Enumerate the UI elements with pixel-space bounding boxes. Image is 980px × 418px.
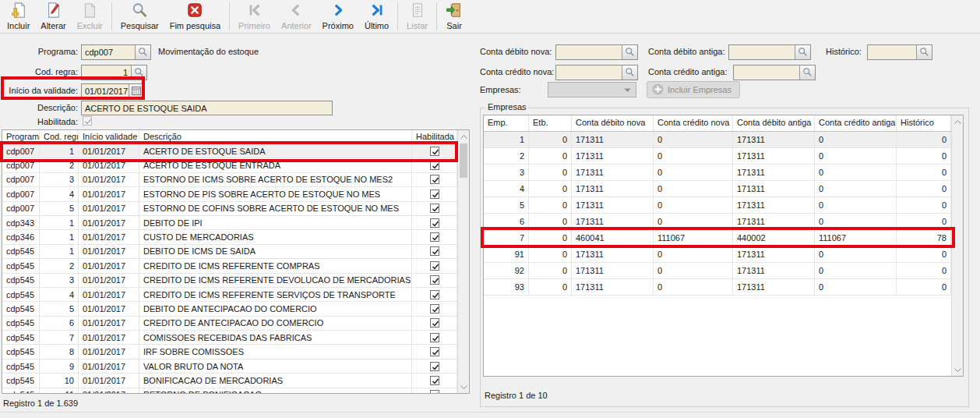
cell: 4 — [40, 187, 79, 200]
empresas-table-row[interactable]: 920171311017131100 — [484, 263, 963, 279]
toolbar-button-fim-pesquisa[interactable]: Fim pesquisa — [164, 0, 226, 33]
rules-table-row[interactable]: cdp007101/01/2017ACERTO DE ESTOQUE SAIDA — [2, 144, 469, 158]
incluir-empresas-button[interactable]: Incluir Empresas — [647, 81, 740, 98]
rules-table-row[interactable]: cdp545601/01/2017CREDITO DE ANTECIPACAO … — [2, 317, 469, 331]
habilitada-row-checkbox[interactable] — [430, 246, 439, 256]
cell: CREDITO DE ICMS REFERENTE COMPRAS — [139, 259, 412, 272]
column-header[interactable]: Descrição — [139, 130, 412, 143]
rules-table-row[interactable]: cdp545901/01/2017VALOR BRUTO DA NOTA — [2, 360, 469, 374]
rules-table-row[interactable]: cdp545201/01/2017CREDITO DE ICMS REFEREN… — [2, 259, 469, 273]
conta-debito-nova-field[interactable] — [555, 44, 638, 60]
column-header[interactable]: Etb. — [529, 115, 572, 131]
calendar-button[interactable] — [129, 84, 143, 98]
conta-debito-antiga-field[interactable] — [728, 44, 811, 60]
rules-table-row[interactable]: cdp545801/01/2017IRF SOBRE COMISSOES — [2, 345, 469, 359]
rules-table-row[interactable]: cdp5451101/01/2017RETORNO DE BONIFICACAO — [2, 388, 469, 393]
habilitada-row-checkbox[interactable] — [430, 318, 439, 328]
column-header[interactable]: Histórico — [897, 115, 951, 131]
empresas-table-row[interactable]: 910171311017131100 — [484, 246, 963, 263]
habilitada-row-checkbox[interactable] — [430, 175, 439, 184]
column-header[interactable]: Conta débito nova — [572, 115, 654, 131]
empresas-table-row[interactable]: 40171311017131100 — [484, 181, 963, 197]
conta-credito-antiga-lookup-button[interactable] — [799, 66, 815, 80]
programa-field[interactable]: cdp007 — [81, 44, 151, 60]
empresas-table-row[interactable]: 30171311017131100 — [484, 165, 963, 181]
inicio-validade-field[interactable]: 01/01/2017 — [81, 83, 143, 99]
toolbar-button-pesquisar[interactable]: Pesquisar — [115, 0, 164, 33]
historico-lookup-button[interactable] — [916, 45, 932, 59]
habilitada-row-checkbox[interactable] — [430, 390, 439, 393]
rules-table-row[interactable]: cdp545501/01/2017DEBITO DE ANTECIPACAO D… — [2, 302, 469, 316]
habilitada-row-checkbox[interactable] — [430, 232, 439, 242]
empresas-table-row[interactable]: 10171311017131100 — [484, 132, 963, 148]
habilitada-row-checkbox[interactable] — [430, 333, 439, 342]
rules-table-row[interactable]: cdp007401/01/2017ESTORNO DE PIS SOBRE AC… — [2, 187, 469, 201]
rules-table-row[interactable]: cdp007201/01/2017ACERTO DE ESTOQUE ENTRA… — [2, 158, 469, 172]
rules-table-row[interactable]: cdp007501/01/2017ESTORNO DE COFINS SOBRE… — [2, 202, 469, 216]
column-header[interactable]: Conta crédito nova — [654, 115, 733, 131]
cell: 0 — [529, 181, 572, 197]
toolbar-button-último[interactable]: Último — [359, 0, 394, 33]
habilitada-row-checkbox[interactable] — [430, 147, 439, 156]
empresas-table-scrollbar[interactable] — [951, 115, 963, 376]
habilitada-label: Habilitada: — [0, 117, 78, 126]
empresas-table-row[interactable]: 50171311017131100 — [484, 197, 963, 214]
scroll-up-icon[interactable] — [952, 115, 963, 128]
descricao-label: Descrição: — [0, 103, 78, 112]
habilitada-row-checkbox[interactable] — [430, 261, 439, 271]
empresas-table-row[interactable]: 930171311017131100 — [484, 279, 963, 296]
scroll-down-icon[interactable] — [952, 363, 963, 376]
rules-table-row[interactable]: cdp343101/01/2017DEBITO DE IPI — [2, 216, 469, 230]
conta-debito-antiga-lookup-button[interactable] — [795, 45, 810, 59]
column-header[interactable]: Programa — [2, 130, 40, 143]
cod-regra-field[interactable]: 1 — [81, 65, 147, 80]
habilitada-row-checkbox[interactable] — [430, 190, 439, 199]
scroll-down-icon[interactable] — [458, 381, 469, 393]
rules-table-row[interactable]: cdp545401/01/2017CREDITO DE ICMS REFEREN… — [2, 288, 469, 302]
column-header[interactable]: Conta débito antiga — [733, 115, 815, 131]
rules-table-row[interactable]: cdp346101/01/2017CUSTO DE MERCADORIAS — [2, 230, 469, 244]
habilitada-row-checkbox[interactable] — [430, 362, 439, 371]
habilitada-row-checkbox[interactable] — [430, 304, 439, 314]
rules-table-row[interactable]: cdp545301/01/2017CREDITO DE ICMS REFEREN… — [2, 274, 469, 288]
conta-credito-nova-lookup-button[interactable] — [622, 66, 637, 80]
programa-lookup-button[interactable] — [135, 45, 150, 59]
toolbar-button-próximo[interactable]: Próximo — [317, 0, 359, 33]
habilitada-row-checkbox[interactable] — [430, 161, 439, 170]
toolbar-button-incluir[interactable]: Incluir — [2, 0, 35, 33]
scrollbar-thumb[interactable] — [460, 143, 467, 178]
column-header[interactable]: Conta crédito antiga — [815, 115, 897, 131]
habilitada-row-checkbox[interactable] — [430, 347, 439, 356]
scroll-up-icon[interactable] — [458, 130, 469, 143]
habilitada-checkbox[interactable] — [83, 116, 92, 126]
descricao-field[interactable]: ACERTO DE ESTOQUE SAIDA — [81, 101, 333, 115]
historico-field[interactable] — [867, 44, 932, 60]
empresas-dropdown[interactable] — [548, 82, 636, 97]
habilitada-row-checkbox[interactable] — [430, 218, 439, 228]
rules-table-scrollbar[interactable] — [457, 130, 469, 393]
column-header[interactable]: Habilitada — [412, 130, 457, 143]
habilitada-row-checkbox[interactable] — [430, 376, 439, 385]
empresas-table-row[interactable]: 7046004111106744000211106778 — [484, 230, 963, 246]
rules-table-row[interactable]: cdp5451001/01/2017BONIFICACAO DE MERCADO… — [2, 374, 469, 388]
conta-credito-antiga-field[interactable] — [733, 65, 816, 80]
column-header[interactable]: Emp. — [484, 115, 529, 131]
toolbar-button-alterar[interactable]: Alterar — [35, 0, 71, 33]
habilitada-row-checkbox[interactable] — [430, 275, 439, 285]
rules-table-header: ProgramaCod. regraInício validadeDescriç… — [2, 130, 469, 144]
rules-table-row[interactable]: cdp007301/01/2017ESTORNO DE ICMS SOBRE A… — [2, 173, 469, 187]
column-header[interactable]: Cod. regra — [40, 130, 79, 143]
cod-regra-lookup-button[interactable] — [131, 66, 146, 80]
habilitada-row-checkbox[interactable] — [430, 290, 439, 299]
rules-table-row[interactable]: cdp545101/01/2017DEBITO DE ICMS DE SAIDA — [2, 245, 469, 259]
historico-label: Histórico: — [826, 47, 862, 56]
column-header[interactable]: Início validade — [79, 130, 139, 143]
conta-debito-nova-lookup-button[interactable] — [622, 45, 637, 59]
empresas-table-row[interactable]: 20171311017131100 — [484, 148, 963, 165]
toolbar-button-sair[interactable]: Sair — [440, 0, 468, 33]
rules-table-row[interactable]: cdp545701/01/2017COMISSOES RECEBIDAS DAS… — [2, 331, 469, 345]
empresas-table-row[interactable]: 60171311017131100 — [484, 214, 963, 230]
habilitada-row-checkbox[interactable] — [430, 204, 439, 213]
cell: 440002 — [733, 230, 815, 246]
conta-credito-nova-field[interactable] — [555, 65, 638, 80]
